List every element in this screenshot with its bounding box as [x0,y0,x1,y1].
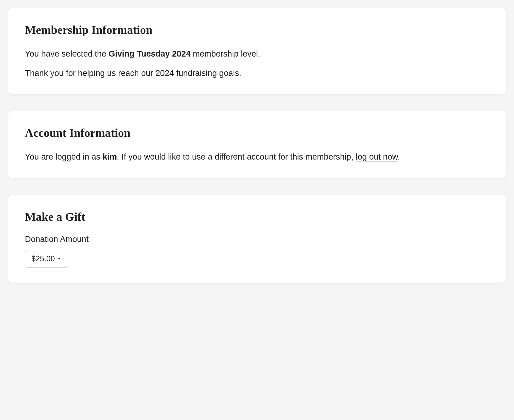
gift-card: Make a Gift Donation Amount $25.00 [8,195,506,283]
membership-line1-suffix: membership level. [191,49,260,58]
account-logged-in-text: You are logged in as kim. If you would l… [25,151,489,163]
membership-thankyou-text: Thank you for helping us reach our 2024 … [25,67,489,80]
membership-level-name: Giving Tuesday 2024 [109,49,191,58]
account-line1-mid: . If you would like to use a different a… [117,152,356,161]
chevron-down-icon [58,258,61,260]
donation-amount-select[interactable]: $25.00 [25,250,67,268]
account-line1-end: . [398,152,400,161]
account-line1-prefix: You are logged in as [25,152,103,161]
membership-card: Membership Information You have selected… [8,8,506,94]
donation-amount-label: Donation Amount [25,235,489,244]
gift-heading: Make a Gift [25,210,489,224]
donation-amount-value: $25.00 [31,254,55,263]
account-heading: Account Information [25,126,489,140]
account-card: Account Information You are logged in as… [8,111,506,178]
membership-selected-text: You have selected the Giving Tuesday 202… [25,48,489,60]
membership-line1-prefix: You have selected the [25,49,109,58]
logout-link[interactable]: log out now [356,152,398,161]
membership-heading: Membership Information [25,23,489,37]
account-username: kim [103,152,117,161]
